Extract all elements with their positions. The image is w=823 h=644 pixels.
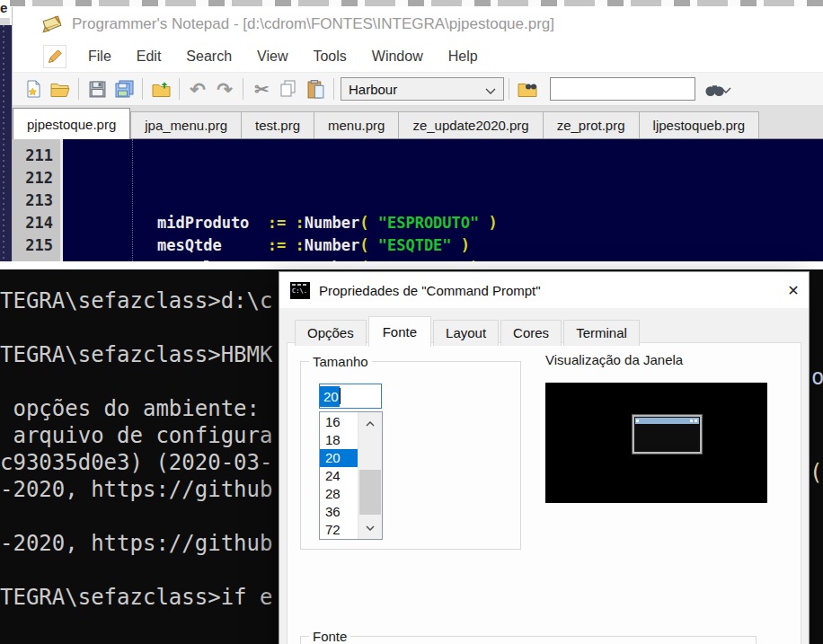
size-option[interactable]: 72 [320, 521, 358, 539]
size-option[interactable]: 28 [320, 485, 358, 503]
terminal-text-fragment: o: [811, 365, 823, 390]
terminal-text-fragment: ( [810, 460, 822, 485]
window-preview [545, 383, 767, 503]
dialog-tab-terminal[interactable]: Terminal [563, 320, 640, 346]
binoculars-icon[interactable] [701, 76, 728, 101]
open-folder-icon[interactable] [147, 76, 174, 101]
size-option[interactable]: 36 [320, 503, 358, 521]
menu-item-file[interactable]: File [75, 49, 124, 65]
editor-tab[interactable]: menu.prg [314, 111, 398, 138]
new-file-icon[interactable] [20, 76, 47, 101]
close-icon[interactable]: ✕ [778, 272, 809, 308]
editor-tab[interactable]: ze_update2020.prg [398, 111, 542, 138]
size-group-label: Tamanho [309, 354, 372, 369]
menu-item-search[interactable]: Search [173, 49, 244, 65]
preview-mini-titlebar [635, 418, 699, 424]
toolbar: ↶ ↷ ✂ Harbour [13, 72, 823, 106]
background-text-fragment: e [0, 0, 10, 18]
dialog-tab-cores[interactable]: Cores [500, 320, 562, 346]
search-input[interactable] [551, 79, 721, 99]
undo-icon[interactable]: ↶ [184, 76, 211, 101]
menu-item-tools[interactable]: Tools [300, 49, 358, 65]
editor-tab[interactable]: jpa_menu.prg [130, 111, 241, 138]
toolbar-separator [78, 78, 79, 100]
code-line: midProduto := :Number( "ESPRODUTO" ) [63, 212, 823, 234]
language-select[interactable]: Harbour [341, 77, 504, 101]
copy-icon[interactable] [275, 76, 302, 101]
line-number: 212 [13, 167, 53, 190]
menu-bar: FileEditSearchViewToolsWindowHelp [13, 40, 823, 72]
size-options: 16182024283672 [320, 413, 358, 539]
size-option[interactable]: 24 [320, 467, 358, 485]
properties-dialog: C:\. Propriedades de "Command Prompt" ✕ … [279, 271, 810, 644]
line-number: 216 [13, 257, 53, 261]
size-option[interactable]: 16 [320, 413, 358, 431]
toolbar-separator [509, 78, 509, 100]
search-combobox[interactable] [550, 77, 695, 101]
toolbar-separator [179, 78, 180, 100]
menu-item-window[interactable]: Window [359, 49, 436, 65]
menu-item-view[interactable]: View [244, 49, 300, 65]
indent-guide [132, 139, 133, 261]
dialog-tab-fonte[interactable]: Fonte [368, 316, 431, 347]
size-scrollbar[interactable] [358, 412, 382, 539]
background-window-edge [0, 25, 12, 261]
editor-tab[interactable]: test.prg [241, 111, 314, 138]
chevron-down-icon [485, 82, 496, 97]
size-option[interactable]: 20 [320, 449, 358, 467]
font-groupbox: Fonte Cascadia CodeCascadia Code PLCasca… [300, 636, 757, 644]
dialog-tab-layout[interactable]: Layout [433, 320, 499, 346]
find-in-files-icon[interactable] [514, 76, 541, 101]
paste-icon[interactable] [302, 76, 329, 101]
size-listbox[interactable]: 16182024283672 [319, 411, 383, 540]
dialog-tab-strip: OpçõesFonteLayoutCoresTerminal [295, 316, 642, 346]
menu-item-edit[interactable]: Edit [124, 49, 174, 65]
pencil-icon[interactable] [43, 45, 66, 68]
text-caret [340, 388, 341, 404]
open-file-icon[interactable] [47, 76, 74, 101]
toolbar-separator [243, 78, 243, 100]
code-line: mesQtde := :Number( "ESQTDE" ) [63, 234, 823, 257]
menu-items: FileEditSearchViewToolsWindowHelp [75, 49, 491, 65]
size-option[interactable]: 18 [320, 431, 358, 449]
editor-tab-bar: pjpestoque.prgjpa_menu.prgtest.prgmenu.p… [13, 106, 823, 139]
app-icon [41, 13, 63, 35]
title-bar: Programmer's Notepad - [d:\cdrom\FONTES\… [13, 7, 823, 40]
redo-icon[interactable]: ↷ [211, 76, 238, 101]
scroll-down-icon[interactable] [358, 516, 382, 539]
line-number: 211 [13, 145, 53, 167]
cmd-icon: C:\. [290, 282, 310, 299]
editor-tab[interactable]: ljpestoqueb.prg [639, 111, 760, 138]
editor-tab[interactable]: ze_prot.prg [543, 111, 639, 138]
scrollbar-thumb[interactable] [359, 470, 381, 515]
dialog-title-bar: C:\. Propriedades de "Command Prompt" ✕ [279, 272, 809, 308]
font-group-label: Fonte [309, 629, 350, 644]
scroll-up-icon[interactable] [358, 412, 382, 435]
line-number: 214 [13, 212, 53, 234]
code-line: mesValor := :Number( "ESVALOR" ) [63, 257, 823, 261]
size-groupbox: Tamanho 20 16182024283672 [300, 361, 521, 550]
programmers-notepad-window: Programmer's Notepad - [d:\cdrom\FONTES\… [12, 7, 823, 261]
save-all-icon[interactable] [111, 76, 137, 101]
code-editor[interactable]: 211212213214215216 midProduto := :Number… [13, 139, 823, 261]
window-title: Programmer's Notepad - [d:\cdrom\FONTES\… [72, 15, 554, 33]
save-icon[interactable] [84, 76, 111, 101]
preview-mini-window [633, 415, 702, 454]
cut-icon[interactable]: ✂ [248, 76, 275, 101]
editor-tab[interactable]: pjpestoque.prg [13, 108, 130, 139]
dialog-tab-opções[interactable]: Opções [295, 320, 367, 346]
menu-item-help[interactable]: Help [436, 49, 491, 65]
size-input-value: 20 [320, 386, 340, 407]
code-area[interactable]: midProduto := :Number( "ESPRODUTO" )mesQ… [63, 139, 823, 261]
screenshot-stage: e Programmer's Notepad - [d:\cdrom\FONTE… [0, 0, 823, 644]
line-number-gutter: 211212213214215216 [13, 139, 60, 261]
line-number: 213 [13, 190, 53, 212]
language-value: Harbour [349, 82, 397, 97]
dialog-title: Propriedades de "Command Prompt" [319, 283, 541, 298]
size-input[interactable]: 20 [319, 384, 382, 409]
background-window-fragment [9, 0, 823, 6]
background-fragment-strip [0, 18, 10, 25]
toolbar-separator [333, 78, 334, 100]
toolbar-separator [142, 78, 143, 100]
font-tab-page: Tamanho 20 16182024283672 [287, 342, 801, 644]
